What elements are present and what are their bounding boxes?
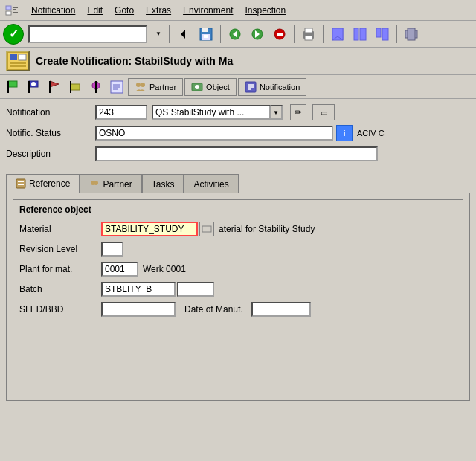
info-button[interactable]: i — [336, 125, 353, 141]
tab-activities-label: Activities — [193, 179, 228, 190]
notific-status-label: Notific. Status — [6, 128, 95, 138]
description-row: Description — [6, 145, 470, 163]
tab-activities[interactable]: Activities — [184, 174, 238, 193]
svg-rect-10 — [204, 35, 208, 38]
notification-type-input[interactable] — [152, 105, 271, 120]
svg-rect-1 — [6, 6, 11, 10]
tabs-area: Reference Partner Tasks Activities — [0, 170, 476, 193]
svg-point-48 — [136, 83, 141, 87]
bookmark-button[interactable] — [327, 24, 348, 45]
bookmark2-button[interactable] — [350, 24, 370, 45]
bookmark3-button[interactable] — [372, 24, 393, 45]
main-toolbar: ✓ ▼ — [0, 21, 476, 48]
revision-input[interactable] — [101, 242, 123, 257]
menu-inspection[interactable]: Inspection — [239, 4, 292, 17]
batch-extra-input[interactable] — [177, 282, 214, 297]
plant-label: Plant for mat. — [19, 264, 101, 274]
flag4-button[interactable] — [65, 77, 85, 97]
batch-label: Batch — [19, 284, 101, 294]
separator-5 — [396, 25, 397, 43]
form-icon — [6, 51, 30, 71]
svg-rect-2 — [6, 11, 11, 15]
notification-inputs: ▼ ✏ ▭ — [95, 104, 335, 120]
svg-rect-25 — [382, 28, 388, 40]
notific-status-input[interactable] — [95, 126, 333, 141]
svg-rect-24 — [376, 28, 381, 37]
action-toolbar: Partner Object Notification — [0, 75, 476, 99]
notification-label: Notification — [260, 83, 300, 91]
svg-rect-23 — [360, 28, 366, 40]
menu-bar: Notification Edit Goto Extras Environmen… — [0, 0, 476, 21]
command-input[interactable] — [28, 25, 147, 43]
tab-partner[interactable]: Partner — [80, 174, 141, 193]
svg-rect-30 — [19, 54, 26, 60]
description-label: Description — [6, 149, 95, 159]
notification-number-input[interactable] — [95, 105, 147, 120]
menu-extras[interactable]: Extras — [140, 4, 177, 17]
sled-input[interactable] — [101, 302, 176, 317]
plant-input[interactable] — [101, 262, 138, 277]
flag1-button[interactable] — [3, 77, 22, 97]
tab-tasks[interactable]: Tasks — [142, 174, 184, 193]
menu-edit[interactable]: Edit — [81, 4, 109, 17]
page-title: Create Notification: StabilStudy with Ma — [36, 55, 233, 67]
sled-label: SLED/BBD — [19, 304, 101, 315]
title-area: Create Notification: StabilStudy with Ma — [0, 48, 476, 75]
flag2-button[interactable] — [24, 77, 43, 97]
flag5-button[interactable] — [86, 77, 106, 97]
partner-button[interactable]: Partner — [128, 78, 183, 96]
material-input[interactable] — [101, 222, 198, 236]
svg-point-49 — [141, 83, 145, 87]
svg-rect-19 — [305, 36, 312, 40]
tab-reference[interactable]: Reference — [6, 174, 80, 193]
menu-notification[interactable]: Notification — [25, 4, 81, 17]
tab-reference-label: Reference — [29, 178, 70, 189]
reference-object-group: Reference object Material aterial for St… — [13, 199, 463, 326]
revision-row: Revision Level — [19, 241, 457, 257]
flag3-button[interactable] — [45, 77, 64, 97]
svg-rect-22 — [354, 28, 358, 40]
separator-1 — [169, 25, 170, 43]
form2-button[interactable] — [107, 77, 126, 97]
sled-row: SLED/BBD Date of Manuf. — [19, 301, 457, 317]
prev-page-button[interactable] — [225, 24, 245, 45]
menu-goto[interactable]: Goto — [109, 4, 140, 17]
date-manuf-label: Date of Manuf. — [184, 304, 251, 315]
stop-button[interactable] — [269, 24, 290, 45]
batch-input[interactable] — [101, 282, 176, 297]
tab-tasks-label: Tasks — [152, 179, 175, 190]
extra-button[interactable] — [401, 24, 422, 45]
notification-row: Notification ▼ ✏ ▭ — [6, 103, 470, 121]
tab-partner-label: Partner — [103, 179, 132, 190]
svg-rect-18 — [305, 28, 312, 33]
search-icon — [202, 224, 212, 234]
type-dropdown-arrow[interactable]: ▼ — [271, 105, 283, 120]
menu-environment[interactable]: Environment — [177, 4, 239, 17]
separator-4 — [323, 25, 324, 43]
tab-partner-icon — [89, 179, 100, 190]
next-page-button[interactable] — [247, 24, 268, 45]
save-button[interactable] — [196, 24, 216, 45]
object-button[interactable]: Object — [184, 78, 237, 96]
confirm-button[interactable]: ✓ — [3, 24, 24, 45]
separator-3 — [294, 25, 295, 43]
svg-rect-61 — [202, 226, 211, 232]
form-area: Notification ▼ ✏ ▭ Notific. Status i ACI… — [0, 99, 476, 170]
date-manuf-input[interactable] — [251, 302, 311, 317]
print-button[interactable] — [298, 24, 319, 45]
svg-rect-58 — [18, 184, 24, 185]
description-input[interactable] — [95, 146, 378, 161]
partner-label: Partner — [149, 83, 176, 91]
material-search-button[interactable] — [199, 222, 214, 236]
svg-rect-29 — [10, 54, 17, 60]
dropdown-arrow-btn[interactable]: ▼ — [152, 24, 165, 45]
svg-rect-40 — [71, 84, 80, 90]
status-extra-label: ACIV C — [357, 129, 385, 138]
edit-icon-button[interactable]: ✏ — [290, 104, 306, 120]
extra-icon-button[interactable]: ▭ — [312, 104, 335, 120]
back-button[interactable] — [173, 24, 194, 45]
svg-rect-16 — [277, 33, 283, 36]
notification-button[interactable]: Notification — [238, 78, 306, 96]
revision-label: Revision Level — [19, 244, 101, 254]
svg-point-51 — [195, 85, 199, 89]
